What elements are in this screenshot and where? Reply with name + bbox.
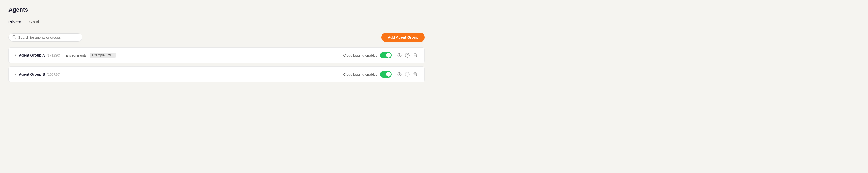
- add-agent-group-button[interactable]: Add Agent Group: [381, 32, 425, 42]
- group-b-cloud-logging-label: Cloud logging enabled: [343, 73, 377, 77]
- page-title: Agents: [8, 6, 425, 13]
- group-a-settings-button[interactable]: [403, 52, 411, 59]
- svg-line-1: [15, 37, 16, 39]
- agent-group-card: Agent Group B (192720) Cloud logging ena…: [8, 66, 425, 82]
- expand-group-b-button[interactable]: [14, 73, 19, 76]
- group-b-toggle[interactable]: [380, 71, 392, 78]
- agents-page: Agents Private Cloud Add Agent Group Age…: [0, 0, 433, 92]
- group-a-env-label: Environments:: [65, 53, 87, 57]
- search-wrapper: [8, 33, 83, 41]
- tab-private[interactable]: Private: [8, 18, 25, 27]
- tab-cloud[interactable]: Cloud: [29, 18, 43, 27]
- group-b-settings-button: [403, 71, 411, 78]
- group-a-name: Agent Group A: [19, 53, 45, 57]
- group-b-delete-button[interactable]: [411, 71, 419, 78]
- group-a-clock-button[interactable]: [396, 52, 403, 59]
- group-b-id: (192720): [47, 73, 61, 77]
- group-a-delete-button[interactable]: [411, 52, 419, 59]
- svg-point-3: [407, 55, 408, 56]
- agent-group-row: Agent Group A (171230) Environments: Exa…: [9, 48, 425, 63]
- tab-bar: Private Cloud: [8, 18, 425, 27]
- group-a-toggle[interactable]: [380, 52, 392, 58]
- group-a-cloud-logging-label: Cloud logging enabled: [343, 53, 377, 57]
- group-a-env-badge: Example Env...: [90, 53, 116, 58]
- group-a-id: (171230): [46, 53, 60, 57]
- search-input[interactable]: [18, 35, 79, 39]
- search-icon: [12, 35, 16, 40]
- group-b-name: Agent Group B: [19, 72, 45, 77]
- expand-group-a-button[interactable]: [14, 54, 19, 57]
- agent-group-row: Agent Group B (192720) Cloud logging ena…: [9, 67, 425, 82]
- group-b-clock-button[interactable]: [396, 71, 403, 78]
- svg-point-5: [407, 74, 408, 75]
- toolbar: Add Agent Group: [8, 32, 425, 42]
- agent-group-card: Agent Group A (171230) Environments: Exa…: [8, 47, 425, 63]
